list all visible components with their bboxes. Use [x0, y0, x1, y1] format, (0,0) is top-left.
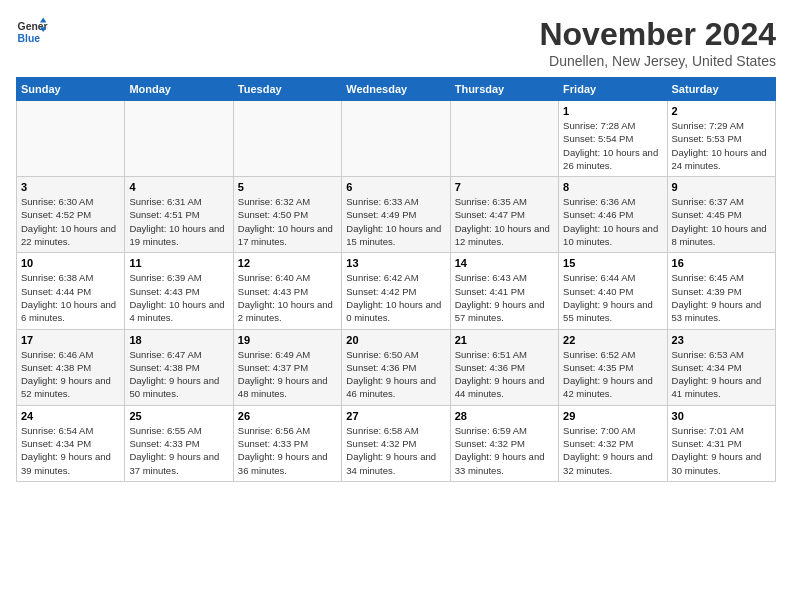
day-info: Sunrise: 6:55 AMSunset: 4:33 PMDaylight:…	[129, 424, 228, 477]
weekday-sunday: Sunday	[17, 78, 125, 101]
day-number: 2	[672, 105, 771, 117]
day-info: Sunrise: 7:29 AMSunset: 5:53 PMDaylight:…	[672, 119, 771, 172]
day-number: 29	[563, 410, 662, 422]
calendar-body: 1Sunrise: 7:28 AMSunset: 5:54 PMDaylight…	[17, 101, 776, 482]
day-number: 14	[455, 257, 554, 269]
day-number: 18	[129, 334, 228, 346]
day-info: Sunrise: 6:59 AMSunset: 4:32 PMDaylight:…	[455, 424, 554, 477]
day-info: Sunrise: 6:43 AMSunset: 4:41 PMDaylight:…	[455, 271, 554, 324]
day-number: 15	[563, 257, 662, 269]
week-row-1: 1Sunrise: 7:28 AMSunset: 5:54 PMDaylight…	[17, 101, 776, 177]
day-cell: 28Sunrise: 6:59 AMSunset: 4:32 PMDayligh…	[450, 405, 558, 481]
day-cell	[342, 101, 450, 177]
day-info: Sunrise: 6:36 AMSunset: 4:46 PMDaylight:…	[563, 195, 662, 248]
day-cell: 23Sunrise: 6:53 AMSunset: 4:34 PMDayligh…	[667, 329, 775, 405]
day-cell: 26Sunrise: 6:56 AMSunset: 4:33 PMDayligh…	[233, 405, 341, 481]
location: Dunellen, New Jersey, United States	[539, 53, 776, 69]
day-info: Sunrise: 6:50 AMSunset: 4:36 PMDaylight:…	[346, 348, 445, 401]
day-cell: 30Sunrise: 7:01 AMSunset: 4:31 PMDayligh…	[667, 405, 775, 481]
svg-text:Blue: Blue	[18, 33, 41, 44]
day-number: 17	[21, 334, 120, 346]
day-info: Sunrise: 6:52 AMSunset: 4:35 PMDaylight:…	[563, 348, 662, 401]
day-info: Sunrise: 7:00 AMSunset: 4:32 PMDaylight:…	[563, 424, 662, 477]
day-info: Sunrise: 6:32 AMSunset: 4:50 PMDaylight:…	[238, 195, 337, 248]
day-info: Sunrise: 6:31 AMSunset: 4:51 PMDaylight:…	[129, 195, 228, 248]
day-info: Sunrise: 6:40 AMSunset: 4:43 PMDaylight:…	[238, 271, 337, 324]
day-number: 16	[672, 257, 771, 269]
day-cell: 24Sunrise: 6:54 AMSunset: 4:34 PMDayligh…	[17, 405, 125, 481]
day-cell: 21Sunrise: 6:51 AMSunset: 4:36 PMDayligh…	[450, 329, 558, 405]
day-cell: 16Sunrise: 6:45 AMSunset: 4:39 PMDayligh…	[667, 253, 775, 329]
day-cell: 9Sunrise: 6:37 AMSunset: 4:45 PMDaylight…	[667, 177, 775, 253]
day-cell: 15Sunrise: 6:44 AMSunset: 4:40 PMDayligh…	[559, 253, 667, 329]
weekday-tuesday: Tuesday	[233, 78, 341, 101]
day-info: Sunrise: 7:28 AMSunset: 5:54 PMDaylight:…	[563, 119, 662, 172]
day-info: Sunrise: 6:49 AMSunset: 4:37 PMDaylight:…	[238, 348, 337, 401]
day-info: Sunrise: 6:46 AMSunset: 4:38 PMDaylight:…	[21, 348, 120, 401]
month-title: November 2024	[539, 16, 776, 53]
day-cell: 14Sunrise: 6:43 AMSunset: 4:41 PMDayligh…	[450, 253, 558, 329]
day-number: 22	[563, 334, 662, 346]
day-cell: 22Sunrise: 6:52 AMSunset: 4:35 PMDayligh…	[559, 329, 667, 405]
weekday-friday: Friday	[559, 78, 667, 101]
day-info: Sunrise: 6:38 AMSunset: 4:44 PMDaylight:…	[21, 271, 120, 324]
day-number: 9	[672, 181, 771, 193]
week-row-4: 17Sunrise: 6:46 AMSunset: 4:38 PMDayligh…	[17, 329, 776, 405]
day-number: 21	[455, 334, 554, 346]
day-number: 13	[346, 257, 445, 269]
day-number: 25	[129, 410, 228, 422]
day-number: 1	[563, 105, 662, 117]
day-number: 12	[238, 257, 337, 269]
day-number: 26	[238, 410, 337, 422]
day-cell: 4Sunrise: 6:31 AMSunset: 4:51 PMDaylight…	[125, 177, 233, 253]
day-number: 27	[346, 410, 445, 422]
day-info: Sunrise: 6:53 AMSunset: 4:34 PMDaylight:…	[672, 348, 771, 401]
day-cell	[450, 101, 558, 177]
weekday-wednesday: Wednesday	[342, 78, 450, 101]
day-cell: 27Sunrise: 6:58 AMSunset: 4:32 PMDayligh…	[342, 405, 450, 481]
day-cell: 11Sunrise: 6:39 AMSunset: 4:43 PMDayligh…	[125, 253, 233, 329]
day-cell: 29Sunrise: 7:00 AMSunset: 4:32 PMDayligh…	[559, 405, 667, 481]
day-info: Sunrise: 6:35 AMSunset: 4:47 PMDaylight:…	[455, 195, 554, 248]
week-row-3: 10Sunrise: 6:38 AMSunset: 4:44 PMDayligh…	[17, 253, 776, 329]
day-cell	[233, 101, 341, 177]
day-cell: 2Sunrise: 7:29 AMSunset: 5:53 PMDaylight…	[667, 101, 775, 177]
logo: General Blue	[16, 16, 48, 48]
day-info: Sunrise: 6:33 AMSunset: 4:49 PMDaylight:…	[346, 195, 445, 248]
day-number: 19	[238, 334, 337, 346]
day-number: 20	[346, 334, 445, 346]
day-info: Sunrise: 6:37 AMSunset: 4:45 PMDaylight:…	[672, 195, 771, 248]
weekday-thursday: Thursday	[450, 78, 558, 101]
day-number: 24	[21, 410, 120, 422]
weekday-header-row: SundayMondayTuesdayWednesdayThursdayFrid…	[17, 78, 776, 101]
day-cell: 8Sunrise: 6:36 AMSunset: 4:46 PMDaylight…	[559, 177, 667, 253]
day-cell	[125, 101, 233, 177]
day-info: Sunrise: 6:45 AMSunset: 4:39 PMDaylight:…	[672, 271, 771, 324]
day-number: 8	[563, 181, 662, 193]
day-info: Sunrise: 6:47 AMSunset: 4:38 PMDaylight:…	[129, 348, 228, 401]
day-info: Sunrise: 6:54 AMSunset: 4:34 PMDaylight:…	[21, 424, 120, 477]
day-info: Sunrise: 6:30 AMSunset: 4:52 PMDaylight:…	[21, 195, 120, 248]
day-info: Sunrise: 6:42 AMSunset: 4:42 PMDaylight:…	[346, 271, 445, 324]
day-cell: 7Sunrise: 6:35 AMSunset: 4:47 PMDaylight…	[450, 177, 558, 253]
day-cell: 3Sunrise: 6:30 AMSunset: 4:52 PMDaylight…	[17, 177, 125, 253]
week-row-2: 3Sunrise: 6:30 AMSunset: 4:52 PMDaylight…	[17, 177, 776, 253]
svg-marker-2	[40, 18, 46, 23]
day-number: 5	[238, 181, 337, 193]
day-info: Sunrise: 6:58 AMSunset: 4:32 PMDaylight:…	[346, 424, 445, 477]
calendar: SundayMondayTuesdayWednesdayThursdayFrid…	[16, 77, 776, 482]
day-number: 3	[21, 181, 120, 193]
day-cell: 17Sunrise: 6:46 AMSunset: 4:38 PMDayligh…	[17, 329, 125, 405]
title-area: November 2024 Dunellen, New Jersey, Unit…	[539, 16, 776, 69]
week-row-5: 24Sunrise: 6:54 AMSunset: 4:34 PMDayligh…	[17, 405, 776, 481]
day-number: 28	[455, 410, 554, 422]
logo-icon: General Blue	[16, 16, 48, 48]
day-info: Sunrise: 6:44 AMSunset: 4:40 PMDaylight:…	[563, 271, 662, 324]
day-number: 7	[455, 181, 554, 193]
day-cell: 25Sunrise: 6:55 AMSunset: 4:33 PMDayligh…	[125, 405, 233, 481]
day-cell: 19Sunrise: 6:49 AMSunset: 4:37 PMDayligh…	[233, 329, 341, 405]
day-cell: 20Sunrise: 6:50 AMSunset: 4:36 PMDayligh…	[342, 329, 450, 405]
weekday-saturday: Saturday	[667, 78, 775, 101]
weekday-monday: Monday	[125, 78, 233, 101]
day-number: 30	[672, 410, 771, 422]
